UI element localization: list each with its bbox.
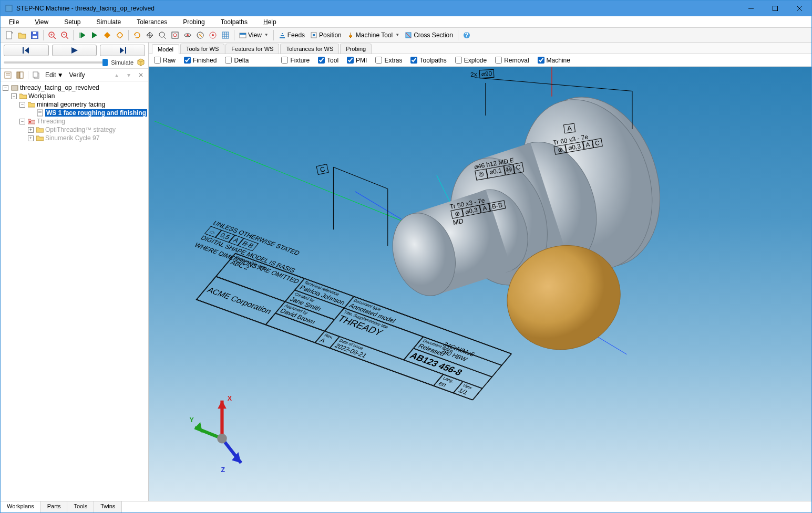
check-extras[interactable]: Extras bbox=[375, 57, 402, 64]
zoom-in-icon[interactable] bbox=[46, 29, 58, 41]
menu-tolerances[interactable]: Tolerances bbox=[133, 17, 170, 27]
tree-close-icon[interactable]: ✕ bbox=[136, 70, 146, 80]
tab-tools[interactable]: Tools bbox=[67, 501, 94, 512]
tab-tolerances-ws[interactable]: Tolerances for WS bbox=[280, 44, 339, 54]
check-finished[interactable]: Finished bbox=[184, 57, 217, 64]
tree-view[interactable]: − thready_facing_op_revolved − Workplan … bbox=[1, 81, 148, 501]
tree-btn-copy[interactable] bbox=[31, 70, 42, 80]
svg-rect-39 bbox=[125, 47, 126, 54]
axis-triad: X Y Z bbox=[189, 395, 241, 474]
play-icon[interactable] bbox=[89, 29, 100, 41]
tree-sinumerik[interactable]: Sinumerik Cycle 97 bbox=[45, 134, 99, 142]
sim-forward-button[interactable] bbox=[100, 45, 145, 56]
cube-icon[interactable] bbox=[137, 58, 145, 67]
tab-probing[interactable]: Probing bbox=[340, 44, 372, 54]
svg-rect-8 bbox=[33, 32, 36, 34]
pmi-dia90: 2x ⌀90 bbox=[470, 68, 495, 78]
menu-probing[interactable]: Probing bbox=[180, 17, 208, 27]
check-pmi[interactable]: PMI bbox=[347, 57, 367, 64]
expand-icon[interactable]: − bbox=[3, 85, 8, 91]
tab-model[interactable]: Model bbox=[152, 44, 179, 54]
play-start-icon[interactable] bbox=[76, 29, 88, 41]
refresh-icon[interactable] bbox=[131, 29, 143, 41]
expand-icon[interactable]: − bbox=[19, 102, 25, 108]
machine-tool-dropdown[interactable]: Machine Tool▼ bbox=[345, 32, 402, 39]
svg-rect-48 bbox=[37, 110, 43, 116]
check-explode[interactable]: Explode bbox=[455, 57, 487, 64]
menu-simulate[interactable]: Simulate bbox=[94, 17, 125, 27]
tree-root[interactable]: thready_facing_op_revolved bbox=[20, 84, 99, 91]
tab-features-ws[interactable]: Features for WS bbox=[225, 44, 279, 54]
menu-file[interactable]: File bbox=[6, 17, 22, 27]
check-fixture[interactable]: Fixture bbox=[281, 57, 310, 64]
tree-ws1-selected[interactable]: WS 1 face roughing and finishing bbox=[45, 109, 147, 117]
zoom-icon[interactable] bbox=[157, 29, 168, 41]
tree-btn-2[interactable] bbox=[15, 70, 25, 80]
sim-play-button[interactable] bbox=[52, 45, 97, 56]
tab-parts[interactable]: Parts bbox=[41, 501, 68, 512]
position-button[interactable]: Position bbox=[308, 32, 344, 39]
check-toolpaths[interactable]: Toolpaths bbox=[410, 57, 446, 64]
tree-opti[interactable]: OptiThreading™ strategy bbox=[45, 126, 116, 133]
svg-rect-5 bbox=[6, 32, 12, 39]
tree-up-icon[interactable]: ▴ bbox=[111, 70, 122, 80]
main-toolbar: View▼ Feeds Position Machine Tool▼ Cross… bbox=[1, 28, 811, 43]
view-dropdown[interactable]: View▼ bbox=[237, 32, 271, 39]
tree-edit-dropdown[interactable]: Edit▼ bbox=[43, 71, 66, 79]
help-icon[interactable]: ? bbox=[461, 29, 472, 41]
check-removal[interactable]: Removal bbox=[495, 57, 529, 64]
tree-verify-button[interactable]: Verify bbox=[67, 71, 87, 79]
grid-icon[interactable] bbox=[220, 29, 231, 41]
3d-viewport[interactable]: X Y Z 2x ⌀90 A bbox=[149, 67, 811, 501]
check-machine[interactable]: Machine bbox=[538, 57, 570, 64]
project-icon bbox=[11, 84, 18, 91]
check-tool[interactable]: Tool bbox=[318, 57, 338, 64]
diamond2-icon[interactable] bbox=[114, 29, 126, 41]
simulation-controls: Simulate bbox=[1, 43, 148, 69]
new-icon[interactable] bbox=[4, 29, 15, 41]
check-raw[interactable]: Raw bbox=[154, 57, 176, 64]
expand-icon[interactable]: − bbox=[19, 119, 25, 124]
tree-minimal[interactable]: minimal geometry facing bbox=[37, 101, 105, 108]
tab-tools-ws[interactable]: Tools for WS bbox=[180, 44, 224, 54]
menu-setup[interactable]: Setup bbox=[61, 17, 84, 27]
svg-rect-44 bbox=[20, 72, 23, 78]
menu-view[interactable]: View bbox=[32, 17, 52, 27]
tree-btn-1[interactable] bbox=[3, 70, 13, 80]
cross-section-label: Cross Section bbox=[414, 32, 453, 39]
zoom-fit-icon[interactable] bbox=[169, 29, 181, 41]
position-label: Position bbox=[319, 32, 342, 39]
expand-icon[interactable]: + bbox=[28, 127, 34, 133]
rotate-icon[interactable] bbox=[182, 29, 193, 41]
menu-help[interactable]: Help bbox=[260, 17, 280, 27]
check-delta[interactable]: Delta bbox=[225, 57, 249, 64]
minimize-button[interactable] bbox=[739, 1, 763, 16]
svg-rect-47 bbox=[12, 86, 18, 90]
target-icon[interactable] bbox=[207, 29, 219, 41]
sim-rewind-button[interactable] bbox=[4, 45, 49, 56]
expand-icon[interactable]: + bbox=[28, 135, 34, 141]
tree-threading[interactable]: Threading bbox=[37, 118, 65, 125]
svg-point-19 bbox=[173, 34, 177, 37]
diamond-icon[interactable] bbox=[101, 29, 113, 41]
cross-section-button[interactable]: Cross Section bbox=[403, 32, 455, 39]
feeds-button[interactable]: Feeds bbox=[276, 32, 307, 39]
expand-icon[interactable]: − bbox=[11, 93, 17, 99]
sim-speed-slider[interactable] bbox=[4, 61, 108, 64]
save-icon[interactable] bbox=[29, 29, 40, 41]
open-icon[interactable] bbox=[16, 29, 28, 41]
tab-twins[interactable]: Twins bbox=[94, 501, 122, 512]
svg-rect-7 bbox=[33, 36, 37, 38]
sim-label: Simulate bbox=[111, 59, 133, 66]
orbit-icon[interactable] bbox=[194, 29, 206, 41]
close-button[interactable] bbox=[787, 1, 811, 16]
tree-workplan[interactable]: Workplan bbox=[28, 92, 55, 100]
menu-toolpaths[interactable]: Toolpaths bbox=[218, 17, 251, 27]
maximize-button[interactable] bbox=[763, 1, 787, 16]
app-name: STEP-NC Machine bbox=[16, 5, 69, 12]
pan-icon[interactable] bbox=[144, 29, 156, 41]
svg-rect-33 bbox=[313, 34, 315, 36]
zoom-out-icon[interactable] bbox=[59, 29, 70, 41]
tab-workplans[interactable]: Workplans bbox=[1, 501, 41, 512]
tree-down-icon[interactable]: ▾ bbox=[124, 70, 134, 80]
